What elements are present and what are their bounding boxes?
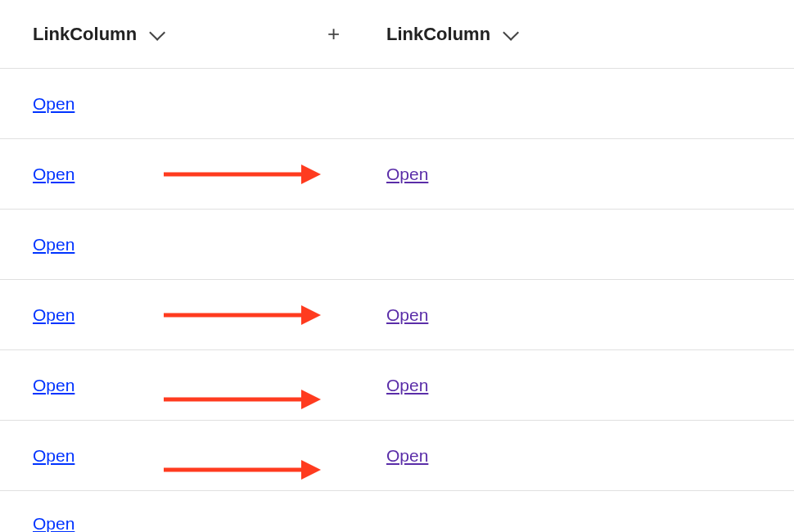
open-link[interactable]: Open xyxy=(386,446,428,465)
column-header-linkcolumn-2[interactable]: LinkColumn xyxy=(386,24,515,45)
open-link[interactable]: Open xyxy=(33,235,74,254)
cell-col1: Open xyxy=(33,446,327,466)
chevron-down-icon xyxy=(149,24,165,40)
open-link[interactable]: Open xyxy=(386,305,428,324)
column-header-label: LinkColumn xyxy=(33,24,137,45)
cell-col1: Open xyxy=(33,94,327,114)
cell-col1: Open xyxy=(33,305,327,325)
column-header-label: LinkColumn xyxy=(386,24,490,45)
table-row: Open xyxy=(0,491,794,532)
open-link[interactable]: Open xyxy=(33,305,74,324)
cell-col2: Open xyxy=(386,165,428,184)
open-link[interactable]: Open xyxy=(386,165,428,183)
add-column-area: + xyxy=(327,21,386,47)
cell-col2: Open xyxy=(386,376,428,395)
open-link[interactable]: Open xyxy=(33,514,74,532)
cell-col2: Open xyxy=(386,446,428,466)
table-row: Open Open xyxy=(0,280,794,350)
cell-col1: Open xyxy=(33,235,327,255)
open-link[interactable]: Open xyxy=(33,376,74,394)
arrow-line xyxy=(164,467,305,471)
open-link[interactable]: Open xyxy=(33,446,74,465)
cell-col1: Open xyxy=(33,165,327,184)
table-row: Open Open xyxy=(0,421,794,491)
table-row: Open xyxy=(0,69,794,139)
cell-col1: Open xyxy=(33,514,327,532)
chevron-down-icon xyxy=(503,24,519,40)
arrow-line xyxy=(164,397,305,401)
cell-col1: Open xyxy=(33,376,327,395)
cell-col2: Open xyxy=(386,305,428,325)
add-column-button[interactable]: + xyxy=(327,21,340,47)
table-row: Open Open xyxy=(0,139,794,210)
open-link[interactable]: Open xyxy=(33,165,74,183)
column-header-linkcolumn-1[interactable]: LinkColumn xyxy=(33,24,327,45)
table-row: Open Open xyxy=(0,350,794,421)
open-link[interactable]: Open xyxy=(386,376,428,394)
column-header-row: LinkColumn + LinkColumn xyxy=(0,0,794,69)
open-link[interactable]: Open xyxy=(33,94,74,113)
table-row: Open xyxy=(0,210,794,280)
